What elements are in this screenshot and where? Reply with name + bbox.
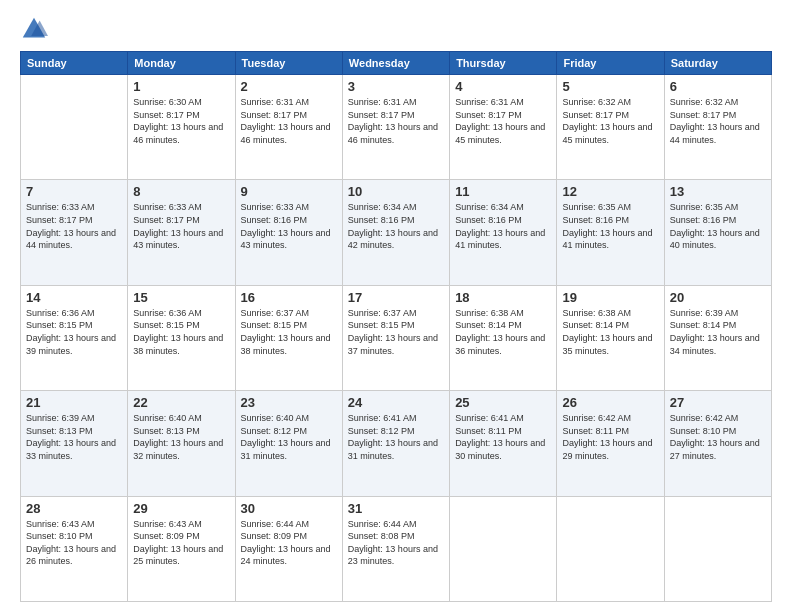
- day-number: 1: [133, 79, 229, 94]
- day-detail: Sunrise: 6:39 AMSunset: 8:13 PMDaylight:…: [26, 412, 122, 462]
- calendar-cell: 15Sunrise: 6:36 AMSunset: 8:15 PMDayligh…: [128, 285, 235, 390]
- day-detail: Sunrise: 6:33 AMSunset: 8:17 PMDaylight:…: [26, 201, 122, 251]
- calendar-header-saturday: Saturday: [664, 52, 771, 75]
- day-number: 21: [26, 395, 122, 410]
- day-detail: Sunrise: 6:31 AMSunset: 8:17 PMDaylight:…: [455, 96, 551, 146]
- calendar-cell: 13Sunrise: 6:35 AMSunset: 8:16 PMDayligh…: [664, 180, 771, 285]
- calendar-cell: 21Sunrise: 6:39 AMSunset: 8:13 PMDayligh…: [21, 391, 128, 496]
- day-detail: Sunrise: 6:43 AMSunset: 8:10 PMDaylight:…: [26, 518, 122, 568]
- day-detail: Sunrise: 6:31 AMSunset: 8:17 PMDaylight:…: [241, 96, 337, 146]
- day-detail: Sunrise: 6:37 AMSunset: 8:15 PMDaylight:…: [241, 307, 337, 357]
- calendar-cell: 29Sunrise: 6:43 AMSunset: 8:09 PMDayligh…: [128, 496, 235, 601]
- calendar-cell: 1Sunrise: 6:30 AMSunset: 8:17 PMDaylight…: [128, 75, 235, 180]
- page: SundayMondayTuesdayWednesdayThursdayFrid…: [0, 0, 792, 612]
- day-number: 26: [562, 395, 658, 410]
- calendar-cell: [557, 496, 664, 601]
- day-detail: Sunrise: 6:40 AMSunset: 8:12 PMDaylight:…: [241, 412, 337, 462]
- day-number: 11: [455, 184, 551, 199]
- day-detail: Sunrise: 6:37 AMSunset: 8:15 PMDaylight:…: [348, 307, 444, 357]
- calendar-cell: 10Sunrise: 6:34 AMSunset: 8:16 PMDayligh…: [342, 180, 449, 285]
- calendar-cell: 20Sunrise: 6:39 AMSunset: 8:14 PMDayligh…: [664, 285, 771, 390]
- calendar-cell: 5Sunrise: 6:32 AMSunset: 8:17 PMDaylight…: [557, 75, 664, 180]
- calendar-cell: 19Sunrise: 6:38 AMSunset: 8:14 PMDayligh…: [557, 285, 664, 390]
- day-detail: Sunrise: 6:43 AMSunset: 8:09 PMDaylight:…: [133, 518, 229, 568]
- calendar-header-friday: Friday: [557, 52, 664, 75]
- day-detail: Sunrise: 6:33 AMSunset: 8:16 PMDaylight:…: [241, 201, 337, 251]
- calendar-week-3: 21Sunrise: 6:39 AMSunset: 8:13 PMDayligh…: [21, 391, 772, 496]
- day-number: 7: [26, 184, 122, 199]
- calendar-cell: 16Sunrise: 6:37 AMSunset: 8:15 PMDayligh…: [235, 285, 342, 390]
- calendar-cell: 17Sunrise: 6:37 AMSunset: 8:15 PMDayligh…: [342, 285, 449, 390]
- calendar-week-4: 28Sunrise: 6:43 AMSunset: 8:10 PMDayligh…: [21, 496, 772, 601]
- calendar-header-monday: Monday: [128, 52, 235, 75]
- calendar-cell: 25Sunrise: 6:41 AMSunset: 8:11 PMDayligh…: [450, 391, 557, 496]
- day-number: 16: [241, 290, 337, 305]
- calendar-header-sunday: Sunday: [21, 52, 128, 75]
- logo: [20, 15, 52, 43]
- day-detail: Sunrise: 6:36 AMSunset: 8:15 PMDaylight:…: [26, 307, 122, 357]
- day-number: 22: [133, 395, 229, 410]
- day-detail: Sunrise: 6:33 AMSunset: 8:17 PMDaylight:…: [133, 201, 229, 251]
- day-number: 9: [241, 184, 337, 199]
- calendar-cell: 18Sunrise: 6:38 AMSunset: 8:14 PMDayligh…: [450, 285, 557, 390]
- day-number: 13: [670, 184, 766, 199]
- calendar-cell: [21, 75, 128, 180]
- day-number: 28: [26, 501, 122, 516]
- day-detail: Sunrise: 6:44 AMSunset: 8:09 PMDaylight:…: [241, 518, 337, 568]
- calendar-cell: [664, 496, 771, 601]
- day-detail: Sunrise: 6:34 AMSunset: 8:16 PMDaylight:…: [348, 201, 444, 251]
- day-number: 3: [348, 79, 444, 94]
- day-detail: Sunrise: 6:31 AMSunset: 8:17 PMDaylight:…: [348, 96, 444, 146]
- day-number: 20: [670, 290, 766, 305]
- calendar: SundayMondayTuesdayWednesdayThursdayFrid…: [20, 51, 772, 602]
- calendar-cell: 4Sunrise: 6:31 AMSunset: 8:17 PMDaylight…: [450, 75, 557, 180]
- calendar-header-tuesday: Tuesday: [235, 52, 342, 75]
- day-detail: Sunrise: 6:32 AMSunset: 8:17 PMDaylight:…: [670, 96, 766, 146]
- day-number: 4: [455, 79, 551, 94]
- calendar-week-0: 1Sunrise: 6:30 AMSunset: 8:17 PMDaylight…: [21, 75, 772, 180]
- calendar-header-thursday: Thursday: [450, 52, 557, 75]
- day-detail: Sunrise: 6:40 AMSunset: 8:13 PMDaylight:…: [133, 412, 229, 462]
- calendar-header-row: SundayMondayTuesdayWednesdayThursdayFrid…: [21, 52, 772, 75]
- day-detail: Sunrise: 6:44 AMSunset: 8:08 PMDaylight:…: [348, 518, 444, 568]
- calendar-cell: 3Sunrise: 6:31 AMSunset: 8:17 PMDaylight…: [342, 75, 449, 180]
- day-detail: Sunrise: 6:38 AMSunset: 8:14 PMDaylight:…: [562, 307, 658, 357]
- calendar-week-2: 14Sunrise: 6:36 AMSunset: 8:15 PMDayligh…: [21, 285, 772, 390]
- day-detail: Sunrise: 6:41 AMSunset: 8:11 PMDaylight:…: [455, 412, 551, 462]
- day-number: 23: [241, 395, 337, 410]
- day-number: 6: [670, 79, 766, 94]
- day-detail: Sunrise: 6:35 AMSunset: 8:16 PMDaylight:…: [670, 201, 766, 251]
- calendar-cell: 26Sunrise: 6:42 AMSunset: 8:11 PMDayligh…: [557, 391, 664, 496]
- calendar-cell: 22Sunrise: 6:40 AMSunset: 8:13 PMDayligh…: [128, 391, 235, 496]
- day-detail: Sunrise: 6:39 AMSunset: 8:14 PMDaylight:…: [670, 307, 766, 357]
- day-detail: Sunrise: 6:42 AMSunset: 8:11 PMDaylight:…: [562, 412, 658, 462]
- calendar-cell: 24Sunrise: 6:41 AMSunset: 8:12 PMDayligh…: [342, 391, 449, 496]
- day-detail: Sunrise: 6:36 AMSunset: 8:15 PMDaylight:…: [133, 307, 229, 357]
- day-detail: Sunrise: 6:38 AMSunset: 8:14 PMDaylight:…: [455, 307, 551, 357]
- day-number: 29: [133, 501, 229, 516]
- calendar-cell: 14Sunrise: 6:36 AMSunset: 8:15 PMDayligh…: [21, 285, 128, 390]
- day-number: 18: [455, 290, 551, 305]
- calendar-cell: 9Sunrise: 6:33 AMSunset: 8:16 PMDaylight…: [235, 180, 342, 285]
- calendar-cell: 27Sunrise: 6:42 AMSunset: 8:10 PMDayligh…: [664, 391, 771, 496]
- day-detail: Sunrise: 6:42 AMSunset: 8:10 PMDaylight:…: [670, 412, 766, 462]
- day-number: 31: [348, 501, 444, 516]
- calendar-week-1: 7Sunrise: 6:33 AMSunset: 8:17 PMDaylight…: [21, 180, 772, 285]
- calendar-cell: 23Sunrise: 6:40 AMSunset: 8:12 PMDayligh…: [235, 391, 342, 496]
- day-number: 27: [670, 395, 766, 410]
- day-number: 15: [133, 290, 229, 305]
- day-number: 19: [562, 290, 658, 305]
- day-number: 8: [133, 184, 229, 199]
- calendar-header-wednesday: Wednesday: [342, 52, 449, 75]
- calendar-cell: [450, 496, 557, 601]
- calendar-cell: 31Sunrise: 6:44 AMSunset: 8:08 PMDayligh…: [342, 496, 449, 601]
- day-number: 12: [562, 184, 658, 199]
- day-detail: Sunrise: 6:34 AMSunset: 8:16 PMDaylight:…: [455, 201, 551, 251]
- calendar-cell: 30Sunrise: 6:44 AMSunset: 8:09 PMDayligh…: [235, 496, 342, 601]
- day-number: 5: [562, 79, 658, 94]
- day-number: 10: [348, 184, 444, 199]
- calendar-cell: 11Sunrise: 6:34 AMSunset: 8:16 PMDayligh…: [450, 180, 557, 285]
- day-number: 2: [241, 79, 337, 94]
- calendar-cell: 6Sunrise: 6:32 AMSunset: 8:17 PMDaylight…: [664, 75, 771, 180]
- day-number: 30: [241, 501, 337, 516]
